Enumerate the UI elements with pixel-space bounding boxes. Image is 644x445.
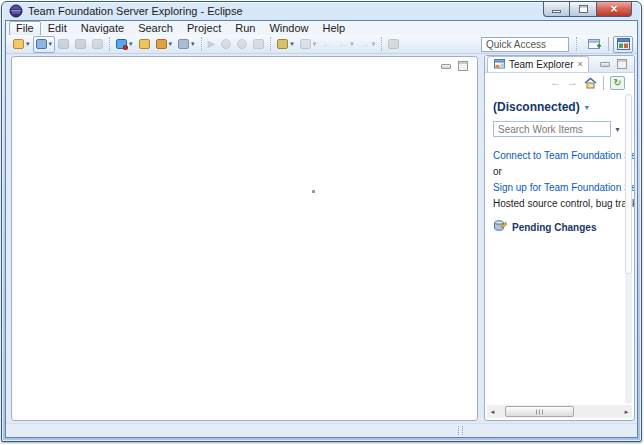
search-button[interactable] [218,36,234,53]
dropdown-arrow-icon[interactable]: ▾ [26,40,30,48]
menu-item[interactable]: Help [316,21,353,36]
back-icon[interactable]: ← [550,77,561,88]
scrollbar-track[interactable] [498,405,621,418]
forward-icon: → [360,39,370,49]
title-bar: Team Foundation Server Exploring - Eclip… [2,2,641,20]
scroll-left-icon[interactable]: ◄ [487,409,498,415]
toolbar-separator [381,37,382,51]
window-controls: × [543,2,632,17]
stray-dot [312,190,315,193]
pending-changes-icon [493,218,507,236]
maximize-view-icon[interactable] [617,59,627,69]
forward-icon[interactable]: → [567,77,578,88]
close-tab-icon[interactable]: × [577,60,582,69]
last-edit-location-button[interactable]: ▾ [274,36,297,53]
refresh-icon[interactable]: ↻ [610,76,625,90]
terminate-icon [237,39,247,49]
annotate-button[interactable]: ▾ [153,36,176,53]
scrollbar-thumb[interactable] [505,406,574,417]
tfs-perspective-button[interactable] [613,36,633,53]
minimize-view-icon[interactable] [441,64,451,69]
new-wizard-icon [13,39,24,49]
dropdown-arrow-icon[interactable]: ▾ [49,40,53,48]
dropdown-arrow-icon[interactable]: ▾ [169,40,173,48]
dropdown-arrow-icon[interactable]: ▾ [191,40,195,48]
run-button[interactable]: ▶ [205,36,219,53]
team-explorer-icon [493,56,506,74]
menu-item[interactable]: Project [180,21,228,36]
team-explorer-content: (Disconnected) ▾ ▾ Connect to Team Found… [485,92,634,236]
skip-button[interactable] [250,36,267,53]
pending-changes-link[interactable]: Pending Changes [493,218,624,236]
skip-icon [253,39,264,49]
maximize-button[interactable] [570,2,597,17]
panel-controls [600,59,627,69]
dropdown-arrow-icon[interactable]: ▾ [350,40,354,48]
next-annotation-button[interactable]: ▾ [297,36,320,53]
open-folder-button[interactable] [136,36,153,53]
connect-tfs-link[interactable]: Connect to Team Foundation Server [493,150,624,161]
tab-team-explorer[interactable]: Team Explorer × [487,56,589,72]
open-perspective-button[interactable] [584,36,604,53]
pending-changes-label: Pending Changes [512,222,596,233]
dropdown-arrow-icon[interactable]: ▾ [313,40,317,48]
menu-item[interactable]: Window [262,21,315,36]
connection-status: (Disconnected) [493,100,580,114]
new-wizard-button[interactable]: ▾ [10,36,33,53]
search-dropdown-icon[interactable]: ▾ [611,125,624,134]
quick-access-input[interactable] [481,37,569,52]
new-team-artifact-button[interactable]: ▾ [33,36,56,53]
menu-bar: FileEditNavigateSearchProjectRunWindowHe… [6,21,637,35]
menu-item[interactable]: Run [228,21,262,36]
dropdown-arrow-icon[interactable]: ▾ [372,40,376,48]
maximize-view-icon[interactable] [458,61,468,71]
back-history-icon: ← [322,39,332,49]
back-history-button[interactable]: ← [319,36,335,53]
save-button[interactable] [55,36,72,53]
team-explorer-panel: Team Explorer × ← → [484,55,635,421]
editor-controls [441,61,468,71]
menu-item[interactable]: Navigate [74,21,131,36]
toolbar-buttons: ▾ ▾ ▾ [10,35,402,53]
toolbar-separator [270,37,271,51]
forward-button[interactable]: → ▾ [357,36,379,53]
search-work-items-input[interactable] [493,121,611,137]
task-button[interactable]: ▾ [175,36,198,53]
menu-item[interactable]: Edit [41,21,74,36]
save-icon [58,39,69,49]
context-dropdown[interactable]: (Disconnected) ▾ [493,100,624,114]
links-block: Connect to Team Foundation Server or Sig… [493,150,624,209]
task-icon [178,39,189,49]
toolbar-separator [576,37,577,51]
home-icon[interactable] [584,77,597,89]
link-with-editor-button[interactable] [385,36,402,53]
scrollbar-thumb[interactable] [625,94,632,274]
menu-item[interactable]: Search [131,21,180,36]
open-folder-icon [139,39,150,49]
menu-item[interactable]: File [9,21,41,36]
minimize-view-icon[interactable] [600,62,610,67]
toolbar-divider [603,76,604,90]
print-button[interactable] [89,36,106,53]
terminate-button[interactable] [234,36,250,53]
toolbar-separator [109,37,110,51]
search-row: ▾ [493,121,624,137]
scroll-right-icon[interactable]: ► [621,409,632,415]
vertical-scrollbar[interactable] [625,94,632,404]
tfs-perspective-icon [616,37,631,51]
back-button[interactable]: ← ▾ [335,36,357,53]
eclipse-app-icon [9,4,23,18]
main-toolbar: ▾ ▾ ▾ [6,35,637,54]
signup-tfs-link[interactable]: Sign up for Team Foundation Service [493,182,624,193]
close-button[interactable]: × [597,2,632,17]
tab-label: Team Explorer [509,59,573,70]
external-tools-button[interactable]: ▾ [113,36,136,53]
link-with-editor-icon [388,39,399,49]
minimize-icon [552,10,561,13]
minimize-button[interactable] [543,2,570,17]
dropdown-arrow-icon[interactable]: ▾ [129,40,133,48]
dropdown-arrow-icon[interactable]: ▾ [290,40,294,48]
horizontal-scrollbar[interactable]: ◄ ► [487,405,632,418]
save-all-button[interactable] [72,36,89,53]
client-area: FileEditNavigateSearchProjectRunWindowHe… [5,20,638,438]
